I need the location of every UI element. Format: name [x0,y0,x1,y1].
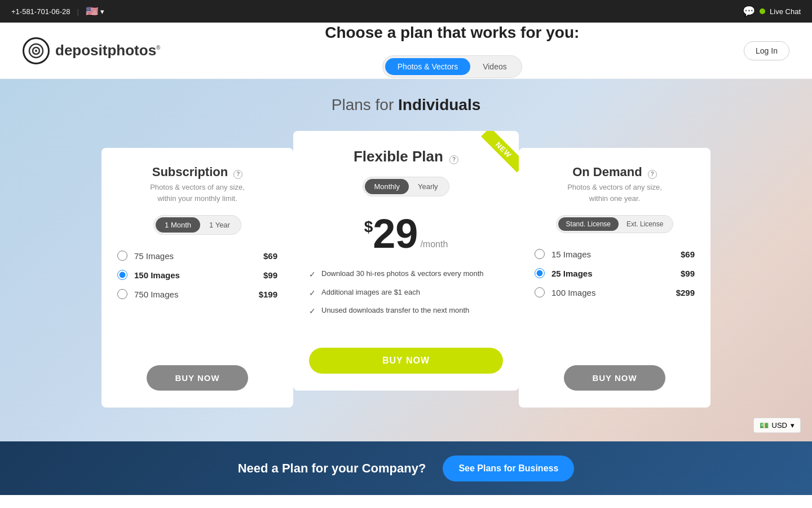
subscription-1year-btn[interactable]: 1 Year [200,217,239,233]
flexible-help-icon[interactable]: ? [449,155,458,164]
feature-text-1: Download 30 hi-res photos & vectors ever… [321,269,484,279]
on-demand-option-15: 15 Images $69 [535,244,695,264]
flexible-plan-card: Flexible Plan ? Monthly Yearly $ 29 /mon… [293,131,519,391]
on-demand-card: On Demand ? Photos & vectors of any size… [519,148,710,408]
on-demand-label-100: 100 Images [551,288,669,297]
currency-selector[interactable]: 💵 USD ▾ [753,418,801,433]
on-demand-label-25: 25 Images [551,269,674,278]
hero-section: Plans for Individuals Subscription ? Pho… [0,79,812,441]
subscription-period-toggle: 1 Month 1 Year [153,215,241,235]
subscription-option-75: 75 Images $69 [117,246,277,265]
logo[interactable]: depositphotos® [23,37,160,64]
content-type-toggle: Photos & Vectors Videos [382,55,522,78]
flexible-yearly-btn[interactable]: Yearly [409,179,447,194]
chevron-down-icon: ▾ [100,7,104,16]
language-selector[interactable]: 🇺🇸 ▾ [86,5,104,17]
subscription-price-750: $199 [259,290,277,299]
chat-icon: 💬 [743,5,755,17]
page-title: Choose a plan that works for you: [325,24,579,42]
subscription-help-icon[interactable]: ? [233,170,242,179]
flexible-period-toggle: Monthly Yearly [363,177,449,196]
topbar: +1-581-701-06-28 | 🇺🇸 ▾ 💬 Live Chat [0,0,812,23]
subscription-label-750: 750 Images [134,290,252,299]
live-dot [760,8,765,14]
phone-number[interactable]: +1-581-701-06-28 [11,7,70,16]
subscription-label-150: 150 Images [134,270,257,280]
standard-license-btn[interactable]: Stand. License [558,217,619,231]
flexible-title: Flexible Plan ? [354,148,458,165]
plan-cards: Subscription ? Photos & vectors of any s… [68,131,744,408]
flexible-price: $ 29 /month [364,213,448,254]
on-demand-radio-15[interactable] [535,249,545,259]
header: depositphotos® Choose a plan that works … [0,23,812,79]
subscription-desc: Photos & vectors of any size,within your… [150,182,245,204]
feature-item-2: ✓ Additional images are $1 each [309,284,503,303]
on-demand-radio-25[interactable] [535,268,545,278]
logo-text: depositphotos® [55,42,160,59]
subscription-options: 75 Images $69 150 Images $99 750 Images … [117,246,277,304]
on-demand-price-100: $299 [676,288,695,297]
flag-icon: 🇺🇸 [86,5,98,17]
topbar-divider: | [77,7,78,16]
header-center: Choose a plan that works for you: Photos… [325,24,579,78]
check-icon-1: ✓ [309,269,316,281]
svg-point-2 [35,50,37,52]
on-demand-option-25: 25 Images $99 [535,264,695,283]
on-demand-option-100: 100 Images $299 [535,283,695,302]
live-chat-label[interactable]: Live Chat [770,7,801,16]
currency-chevron: ▾ [791,421,795,430]
topbar-right: 💬 Live Chat [743,5,801,17]
subscription-price-150: $99 [263,270,277,280]
on-demand-help-icon[interactable]: ? [648,170,657,179]
on-demand-buy-button[interactable]: BUY NOW [564,365,665,391]
flexible-price-period: /month [420,239,448,249]
currency-label: USD [772,421,787,430]
on-demand-price-15: $69 [681,249,695,259]
subscription-radio-750[interactable] [117,289,127,299]
on-demand-radio-100[interactable] [535,287,545,297]
subscription-option-150: 150 Images $99 [117,265,277,284]
subscription-radio-75[interactable] [117,251,127,261]
currency-icon: 💵 [760,421,769,430]
topbar-left: +1-581-701-06-28 | 🇺🇸 ▾ [11,5,104,17]
feature-item-3: ✓ Unused downloads transfer to the next … [309,302,503,321]
feature-item-1: ✓ Download 30 hi-res photos & vectors ev… [309,265,503,284]
subscription-price-75: $69 [263,251,277,261]
on-demand-price-25: $99 [681,269,695,278]
feature-text-2: Additional images are $1 each [321,287,420,297]
extended-license-btn[interactable]: Ext. License [619,217,671,231]
check-icon-3: ✓ [309,306,316,317]
subscription-radio-150[interactable] [117,270,127,280]
check-icon-2: ✓ [309,288,316,299]
on-demand-options: 15 Images $69 25 Images $99 100 Images $… [535,244,695,302]
flexible-price-dollar: $ [364,218,373,236]
on-demand-title: On Demand ? [572,165,657,179]
see-plans-for-business-button[interactable]: See Plans for Business [443,456,574,481]
flexible-price-number: 29 [373,213,418,254]
logo-icon [23,37,50,64]
on-demand-desc: Photos & vectors of any size,within one … [567,182,662,204]
footer-bar-text: Need a Plan for your Company? [238,461,426,476]
flexible-monthly-btn[interactable]: Monthly [365,179,409,194]
login-button[interactable]: Log In [744,41,789,60]
flexible-buy-button[interactable]: BUY NOW [309,348,503,374]
feature-text-3: Unused downloads transfer to the next mo… [321,305,469,316]
subscription-card: Subscription ? Photos & vectors of any s… [102,148,293,408]
flexible-features: ✓ Download 30 hi-res photos & vectors ev… [309,265,503,321]
tab-photos-vectors[interactable]: Photos & Vectors [385,58,470,75]
subscription-buy-button[interactable]: BUY NOW [147,365,248,391]
subscription-1month-btn[interactable]: 1 Month [156,217,200,233]
footer-bar: Need a Plan for your Company? See Plans … [0,441,812,495]
subscription-label-75: 75 Images [134,251,257,261]
license-type-toggle: Stand. License Ext. License [556,215,674,233]
subscription-title: Subscription ? [152,165,243,179]
tab-videos[interactable]: Videos [470,58,519,75]
new-ribbon [468,131,519,182]
on-demand-label-15: 15 Images [551,249,674,259]
subscription-option-750: 750 Images $199 [117,284,277,304]
plans-title: Plans for Individuals [23,96,789,114]
